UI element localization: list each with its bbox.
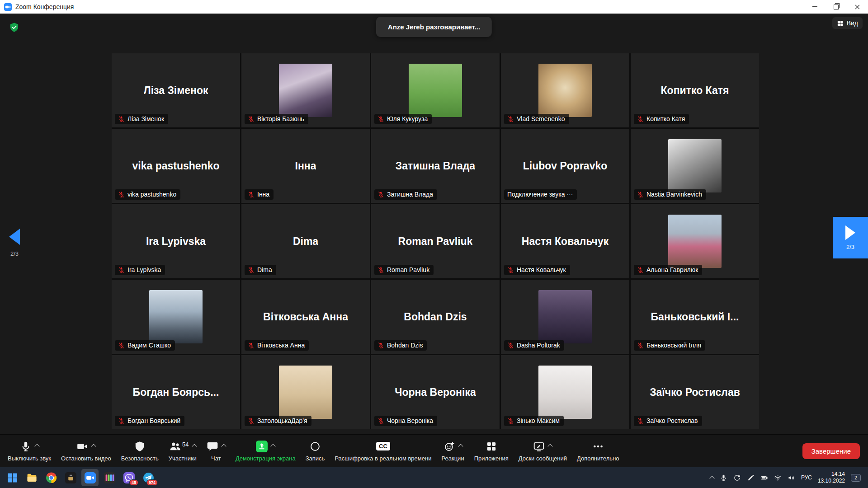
participant-label: Dima (245, 265, 276, 275)
apps-button[interactable]: Приложения (469, 435, 514, 468)
whiteboards-button[interactable]: Доски сообщений (514, 435, 572, 468)
participant-label-text: Вадим Сташко (127, 342, 171, 349)
close-button[interactable] (847, 0, 868, 14)
participant-tile[interactable]: Roman PavliukRoman Pavliuk (371, 204, 500, 278)
participant-avatar (279, 64, 332, 117)
participant-tile[interactable]: Bohdan DzisBohdan Dzis (371, 280, 500, 354)
participant-tile[interactable]: Вікторія Базюнь (241, 53, 370, 127)
participant-tile[interactable]: Копитко КатяКопитко Катя (631, 53, 759, 127)
desktop: { "titlebar": { "title": "Zoom Конференц… (0, 0, 868, 488)
view-button[interactable]: Вид (832, 17, 863, 29)
participant-tile[interactable]: Nastia Barvinkevich (631, 129, 759, 203)
participant-tile[interactable]: Заїчко РостиславЗаїчко Ростислав (631, 355, 759, 429)
participants-button[interactable]: 54Участники (164, 435, 202, 468)
participant-tile[interactable]: Баньковський І...Баньковський Ілля (631, 280, 759, 354)
chevron-up-icon[interactable] (458, 444, 463, 449)
participant-tile[interactable]: vika pastushenkovika pastushenko (112, 129, 240, 203)
participant-label: Баньковський Ілля (634, 340, 705, 351)
live-transcript-button[interactable]: CCРасшифровка в реальном времени (330, 435, 436, 468)
participant-tile[interactable]: Затишна ВладаЗатишна Влада (371, 129, 500, 203)
participant-tile[interactable]: Вітковська АннаВітковська Анна (241, 280, 370, 354)
participant-tile[interactable]: Чорна ВеронікаЧорна Вероніка (371, 355, 500, 429)
participant-tile[interactable]: Liubov PopravkoПодключение звука ··· (501, 129, 629, 203)
participant-tile[interactable]: Вадим Сташко (112, 280, 240, 354)
participants-icon (169, 441, 181, 452)
chevron-up-icon[interactable] (34, 444, 39, 449)
participant-tile[interactable]: DimaDima (241, 204, 370, 278)
dark-app[interactable] (62, 469, 79, 486)
participant-label: Ira Lypivska (115, 265, 165, 275)
participant-label-text: Зінько Максим (517, 417, 560, 424)
maximize-button[interactable] (826, 0, 847, 14)
mic-muted-icon (118, 267, 125, 273)
reactions-button[interactable]: Реакции (436, 435, 469, 468)
participant-avatar (668, 139, 722, 192)
minimize-button[interactable] (804, 0, 826, 14)
participant-tile[interactable]: Vlad Semenenko (501, 53, 629, 127)
participant-tile[interactable]: Юля Кукуруза (371, 53, 500, 127)
participant-tile[interactable]: ІннаІнна (241, 129, 370, 203)
encryption-shield-icon[interactable] (9, 22, 19, 33)
language-indicator[interactable]: РУС (801, 474, 812, 481)
participant-label: vika pastushenko (115, 189, 180, 200)
viber-app[interactable]: 45 (120, 469, 137, 486)
volume-icon[interactable] (788, 474, 795, 482)
participant-label-text: Копитко Катя (646, 115, 685, 122)
chevron-up-icon[interactable] (548, 444, 553, 449)
mic-muted-icon (507, 267, 514, 273)
pen-icon[interactable] (747, 474, 755, 482)
view-button-label: Вид (847, 19, 858, 27)
telegram-app[interactable]: 974 (140, 469, 157, 486)
video-button-label: Остановить видео (61, 455, 111, 462)
chevron-up-icon[interactable] (271, 444, 276, 449)
mic-muted-icon (377, 191, 384, 198)
participant-label: Затишна Влада (374, 189, 437, 200)
record-button[interactable]: Запись (301, 435, 330, 468)
participant-tile[interactable]: ЗатолоцькаДар'я (241, 355, 370, 429)
start-button[interactable] (4, 469, 21, 486)
participant-tile[interactable]: Ira LypivskaIra Lypivska (112, 204, 240, 278)
participant-label: ЗатолоцькаДар'я (245, 416, 311, 426)
participant-tile[interactable]: Зінько Максим (501, 355, 629, 429)
camera-icon (76, 441, 88, 452)
chrome-app[interactable] (42, 469, 60, 486)
share-screen-button[interactable]: Демонстрация экрана (231, 435, 301, 468)
participant-tile[interactable]: Альона Гаврилюк (631, 204, 759, 278)
participant-tile[interactable]: Богдан Боярсь...Богдан Боярський (112, 355, 240, 429)
sync-icon[interactable] (733, 474, 741, 482)
mic-icon[interactable] (720, 474, 727, 482)
participant-label: Зінько Максим (504, 416, 564, 426)
participant-tile[interactable]: Dasha Poltorak (501, 280, 629, 354)
gallery-next-page[interactable]: 2/3 (833, 217, 868, 258)
video-button[interactable]: Остановить видео (56, 435, 116, 468)
zoom-app[interactable] (81, 469, 99, 486)
zoom-app-icon (4, 3, 12, 11)
explorer-app[interactable] (23, 469, 40, 486)
battery-icon[interactable] (760, 474, 768, 482)
chat-button[interactable]: Чат (202, 435, 231, 468)
participant-label: Вікторія Базюнь (245, 114, 308, 124)
tray-date: 13.10.2022 (818, 478, 845, 484)
system-tray: РУС 14:14 13.10.2022 2 (710, 471, 864, 484)
chevron-up-icon[interactable] (192, 444, 197, 449)
notification-count-badge[interactable]: 2 (851, 474, 861, 482)
gallery-prev-page[interactable]: 2/3 (9, 229, 20, 257)
participant-tile[interactable]: Ліза ЗіменокЛіза Зіменок (112, 53, 240, 127)
end-meeting-button[interactable]: Завершение (802, 443, 860, 459)
chevron-up-icon[interactable] (709, 476, 714, 481)
participant-label-text: Dasha Poltorak (517, 342, 560, 349)
chevron-up-icon[interactable] (91, 444, 96, 449)
participant-label: Альона Гаврилюк (634, 265, 702, 275)
clock[interactable]: 14:14 13.10.2022 (818, 471, 845, 484)
window-titlebar: Zoom Конференция (0, 0, 868, 14)
chevron-up-icon[interactable] (221, 444, 226, 449)
participant-tile[interactable]: Настя КовальчукНастя Ковальчук (501, 204, 629, 278)
more-button[interactable]: Дополнительно (572, 435, 624, 468)
security-button[interactable]: Безопасность (116, 435, 164, 468)
participant-name: Затишна Влада (396, 160, 475, 172)
wifi-icon[interactable] (774, 474, 782, 482)
mute-button[interactable]: Выключить звук (3, 435, 56, 468)
participant-label-text: vika pastushenko (127, 191, 176, 198)
media-app[interactable] (101, 469, 118, 486)
participant-label-text: ЗатолоцькаДар'я (257, 417, 307, 424)
